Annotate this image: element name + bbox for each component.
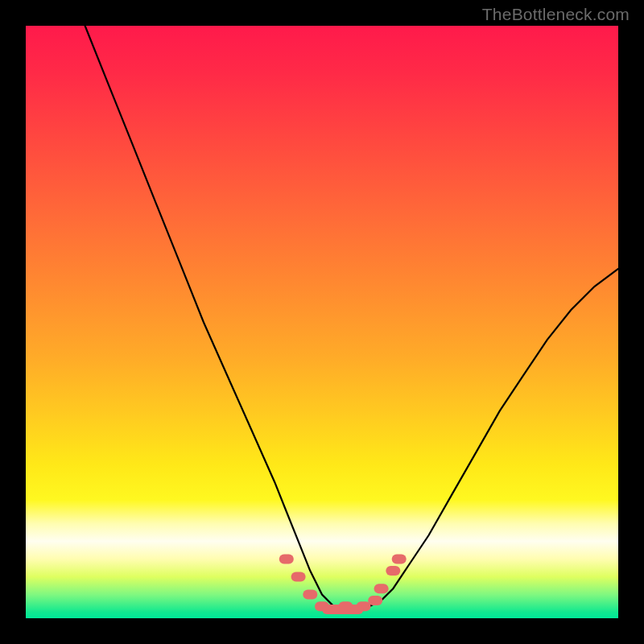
curve-marker	[368, 596, 382, 605]
curve-marker	[303, 590, 317, 600]
watermark-text: TheBottleneck.com	[482, 5, 630, 24]
marker-group	[279, 554, 407, 614]
curve-marker	[279, 554, 294, 564]
curve-marker	[392, 554, 407, 564]
curve-marker	[291, 572, 306, 582]
bottleneck-curve	[85, 26, 618, 613]
plot-area	[26, 26, 618, 618]
chart-frame: TheBottleneck.com	[0, 0, 644, 644]
chart-svg	[26, 26, 618, 618]
curve-marker-bar	[322, 605, 364, 614]
curve-marker	[386, 566, 400, 576]
curve-marker	[374, 584, 389, 593]
